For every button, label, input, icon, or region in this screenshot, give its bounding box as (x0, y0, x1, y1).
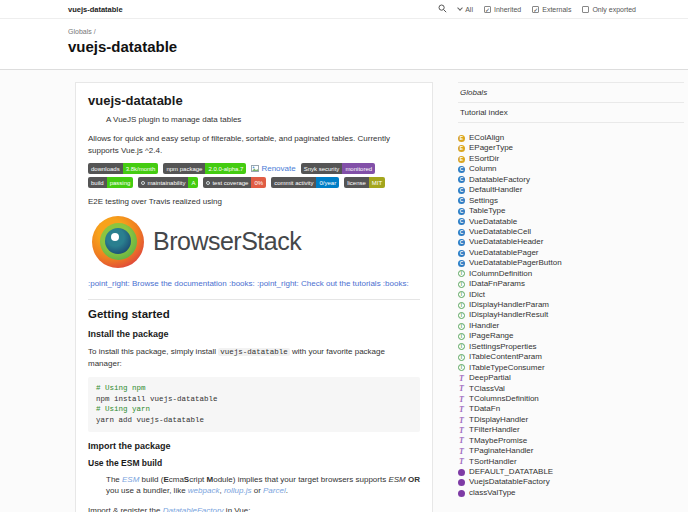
sidebar-symbol-Column[interactable]: CColumn (458, 164, 684, 174)
sidebar-symbol-VueDatatablePagerButton[interactable]: CVueDatatablePagerButton (458, 258, 684, 268)
sidebar-symbols-list: EEColAlignEEPagerTypeEESortDirCColumnCDa… (458, 133, 684, 498)
divider (88, 299, 420, 300)
symbol-label: IHandler (469, 321, 499, 331)
class-icon: C (458, 166, 465, 173)
browserstack-link[interactable]: BrowserStack (92, 216, 420, 268)
sidebar-menu-item-tutorial-index[interactable]: Tutorial index (458, 103, 684, 123)
sidebar-symbol-VuejsDatatableFactory[interactable]: VuejsDatatableFactory (458, 477, 684, 487)
badge-license[interactable]: licenseMIT (344, 177, 385, 188)
breadcrumb[interactable]: Globals / (68, 28, 688, 35)
symbol-label: ITableContentParam (469, 352, 542, 362)
symbol-label: TDataFn (469, 404, 500, 414)
badge-maintainability[interactable]: maintainabilityA (138, 177, 198, 188)
inline-link[interactable]: webpack (188, 486, 220, 495)
sidebar-symbol-TDisplayHandler[interactable]: TTDisplayHandler (458, 415, 684, 425)
sidebar-symbol-Settings[interactable]: CSettings (458, 196, 684, 206)
sidebar-symbol-DatatableFactory[interactable]: CDatatableFactory (458, 175, 684, 185)
inline-link[interactable]: Parcel (263, 486, 286, 495)
filter-checkbox-only-exported[interactable]: Only exported (582, 6, 636, 13)
symbol-label: Settings (469, 196, 498, 206)
symbol-label: IDisplayHandlerParam (469, 300, 549, 310)
sidebar-symbol-TPaginateHandler[interactable]: TTPaginateHandler (458, 446, 684, 456)
sidebar-symbol-TMaybePromise[interactable]: TTMaybePromise (458, 436, 684, 446)
symbol-label: TSortHandler (469, 457, 517, 467)
filter-checkbox-inherited[interactable]: ✓Inherited (484, 6, 521, 13)
text-fragment: To install this package, simply install (88, 347, 218, 356)
symbol-label: IDataFnParams (469, 279, 525, 289)
badge-build[interactable]: buildpassing (88, 177, 133, 188)
sidebar-symbol-EColAlign[interactable]: EEColAlign (458, 133, 684, 143)
filter-checkbox-externals[interactable]: ✓Externals (532, 6, 571, 13)
search-icon[interactable] (438, 4, 447, 14)
sidebar-symbol-DefaultHandler[interactable]: CDefaultHandler (458, 185, 684, 195)
sidebar-symbol-ISettingsProperties[interactable]: IISettingsProperties (458, 342, 684, 352)
sidebar-symbol-VueDatatablePager[interactable]: CVueDatatablePager (458, 248, 684, 258)
install-paragraph: To install this package, simply install … (88, 346, 420, 369)
symbol-label: classValType (469, 488, 516, 498)
inline-link[interactable]: DatatableFactory (163, 506, 224, 512)
sidebar-symbol-ITableTypeConsumer[interactable]: IITableTypeConsumer (458, 363, 684, 373)
checkbox-checked-icon: ✓ (532, 6, 539, 13)
sidebar-symbol-TDataFn[interactable]: TTDataFn (458, 404, 684, 414)
symbol-label: EColAlign (469, 133, 504, 143)
sidebar-index: GlobalsTutorial index EEColAlignEEPagerT… (458, 82, 684, 498)
esm-heading: Use the ESM build (88, 458, 420, 468)
typealias-icon: T (458, 417, 465, 424)
symbol-label: EPagerType (469, 143, 513, 153)
class-icon: C (458, 260, 465, 267)
sidebar-symbol-IDataFnParams[interactable]: IIDataFnParams (458, 279, 684, 289)
doc-links-line[interactable]: :point_right: Browse the documentation :… (88, 278, 420, 289)
renovate-badge-label: Renovate (261, 164, 295, 173)
class-icon: C (458, 176, 465, 183)
badge-snyk-security[interactable]: Snyk securitymonitored (301, 163, 375, 174)
sidebar-symbol-classValType[interactable]: classValType (458, 488, 684, 498)
sidebar-symbol-DeepPartial[interactable]: TDeepPartial (458, 373, 684, 383)
sidebar-symbol-TClassVal[interactable]: TTClassVal (458, 384, 684, 394)
sidebar-symbol-TColumnsDefinition[interactable]: TTColumnsDefinition (458, 394, 684, 404)
symbol-label: IColumnDefinition (469, 269, 532, 279)
typealias-icon: T (458, 427, 465, 434)
sidebar-symbol-IHandler[interactable]: IIHandler (458, 321, 684, 331)
sidebar-symbol-IDisplayHandlerResult[interactable]: IIDisplayHandlerResult (458, 310, 684, 320)
inline-link[interactable]: :point_right: Browse the documentation :… (88, 279, 255, 288)
sidebar-symbol-ESortDir[interactable]: EESortDir (458, 154, 684, 164)
symbol-label: TFilterHandler (469, 425, 520, 435)
interface-icon: I (458, 333, 465, 340)
sidebar-symbol-DEFAULT_DATATABLE[interactable]: DEFAULT_DATATABLE (458, 467, 684, 477)
symbol-label: VueDatatablePagerButton (469, 258, 562, 268)
filter-all-dropdown[interactable]: All (458, 6, 473, 13)
typealias-icon: T (458, 448, 465, 455)
badge-downloads[interactable]: downloads3.8k/month (88, 163, 158, 174)
sidebar-menu-item-globals[interactable]: Globals (458, 83, 684, 103)
symbol-label: ISettingsProperties (469, 342, 537, 352)
inline-link[interactable]: ESM (122, 475, 139, 484)
readme-tagline: A VueJS plugin to manage data tables (106, 114, 420, 125)
inline-link[interactable]: :point_right: Check out the tutorials :b… (257, 279, 409, 288)
text-fragment: odule) implies that your target browsers… (213, 475, 388, 484)
symbol-label: Column (469, 164, 497, 174)
sidebar-symbol-IColumnDefinition[interactable]: IIColumnDefinition (458, 269, 684, 279)
inline-link[interactable]: rollup.js (224, 486, 252, 495)
badge-commit-activity[interactable]: commit activity0/year (271, 177, 339, 188)
sidebar-symbol-IPageRange[interactable]: IIPageRange (458, 331, 684, 341)
text-fragment: Import & register the (88, 506, 163, 512)
sidebar-symbol-ITableContentParam[interactable]: IITableContentParam (458, 352, 684, 362)
interface-icon: I (458, 270, 465, 277)
renovate-badge-link[interactable]: Renovate (251, 164, 295, 173)
sidebar-symbol-VueDatatableHeader[interactable]: CVueDatatableHeader (458, 237, 684, 247)
symbol-label: TableType (469, 206, 505, 216)
sidebar-symbol-TSortHandler[interactable]: TTSortHandler (458, 457, 684, 467)
sidebar-symbol-VueDatatable[interactable]: CVueDatatable (458, 217, 684, 227)
sidebar-symbol-TableType[interactable]: CTableType (458, 206, 684, 216)
sidebar-symbol-EPagerType[interactable]: EEPagerType (458, 143, 684, 153)
class-icon: C (458, 197, 465, 204)
badge-test-coverage[interactable]: test coverage0% (203, 177, 266, 188)
sidebar-symbol-IDict[interactable]: IIDict (458, 290, 684, 300)
sidebar-symbol-TFilterHandler[interactable]: TTFilterHandler (458, 425, 684, 435)
badge-npm-package[interactable]: npm package2.0.0-alpha.7 (163, 163, 246, 174)
sidebar-symbol-IDisplayHandlerParam[interactable]: IIDisplayHandlerParam (458, 300, 684, 310)
interface-icon: I (458, 302, 465, 309)
esm-note: The ESM build (EcmaScript Module) implie… (106, 474, 420, 496)
sidebar-symbol-VueDatatableCell[interactable]: CVueDatatableCell (458, 227, 684, 237)
symbol-label: TClassVal (469, 384, 505, 394)
